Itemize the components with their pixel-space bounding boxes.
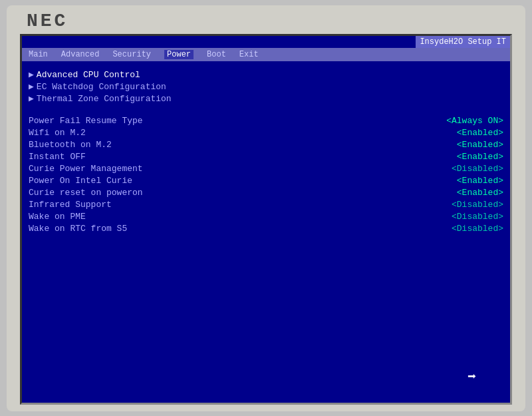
setting-value-power-on-curie: <Enabled>	[457, 176, 503, 186]
setting-label-curie-power: Curie Power Management	[29, 164, 143, 174]
submenu-advanced-cpu[interactable]: Advanced CPU Control	[29, 69, 503, 80]
setting-row-bluetooth[interactable]: Bluetooth on M.2 <Enabled>	[29, 140, 503, 150]
brand-logo: NEC	[13, 11, 68, 31]
submenu-ec-watchdog[interactable]: EC Watchdog Configuration	[29, 81, 503, 92]
submenu-thermal-zone[interactable]: Thermal Zone Configuration	[29, 93, 503, 104]
setting-value-infrared: <Disabled>	[452, 200, 503, 210]
setting-value-instant-off: <Enabled>	[457, 152, 503, 162]
menu-item-power[interactable]: Power	[164, 50, 194, 59]
setting-row-curie-reset[interactable]: Curie reset on poweron <Enabled>	[29, 188, 503, 198]
setting-row-wake-pme[interactable]: Wake on PME <Disabled>	[29, 212, 503, 222]
setting-row-power-on-curie[interactable]: Power On Intel Curie <Enabled>	[29, 176, 503, 186]
setting-row-infrared[interactable]: Infrared Support <Disabled>	[29, 200, 503, 210]
menu-item-main[interactable]: Main	[29, 50, 48, 59]
monitor: NEC InsydeH2O Setup IT Main Advanced Sec…	[7, 5, 525, 411]
bios-menu-bar: Main Advanced Security Power Boot Exit	[22, 48, 510, 61]
setting-row-wifi[interactable]: Wifi on M.2 <Enabled>	[29, 128, 503, 138]
setting-label-bluetooth: Bluetooth on M.2	[29, 140, 112, 150]
setting-value-bluetooth: <Enabled>	[457, 140, 503, 150]
menu-item-boot[interactable]: Boot	[207, 50, 226, 59]
mouse-cursor: ⮕	[467, 372, 477, 383]
setting-label-infrared: Infrared Support	[29, 200, 112, 210]
setting-value-wifi: <Enabled>	[457, 128, 503, 138]
menu-item-exit[interactable]: Exit	[239, 50, 259, 59]
setting-label-power-on-curie: Power On Intel Curie	[29, 176, 132, 186]
setting-label-curie-reset: Curie reset on poweron	[29, 188, 143, 198]
settings-list: Power Fail Resume Type <Always ON> Wifi …	[29, 116, 503, 234]
bios-title-bar: InsydeH2O Setup IT	[416, 36, 510, 48]
bios-screen: InsydeH2O Setup IT Main Advanced Securit…	[20, 34, 512, 405]
bios-content: Advanced CPU Control EC Watchdog Configu…	[29, 69, 503, 396]
bios-title: InsydeH2O Setup IT	[420, 37, 506, 47]
setting-label-wifi: Wifi on M.2	[29, 128, 86, 138]
menu-item-advanced[interactable]: Advanced	[61, 50, 100, 59]
setting-label-wake-pme: Wake on PME	[29, 212, 86, 222]
setting-label-wake-rtc: Wake on RTC from S5	[29, 224, 127, 234]
setting-row-wake-rtc[interactable]: Wake on RTC from S5 <Disabled>	[29, 224, 503, 234]
setting-value-power-fail: <Always ON>	[446, 116, 503, 126]
setting-value-curie-power: <Disabled>	[452, 164, 503, 174]
setting-value-wake-rtc: <Disabled>	[452, 224, 503, 234]
setting-label-power-fail: Power Fail Resume Type	[29, 116, 143, 126]
setting-value-wake-pme: <Disabled>	[452, 212, 503, 222]
setting-row-power-fail[interactable]: Power Fail Resume Type <Always ON>	[29, 116, 503, 126]
setting-row-instant-off[interactable]: Instant OFF <Enabled>	[29, 152, 503, 162]
setting-label-instant-off: Instant OFF	[29, 152, 86, 162]
setting-value-curie-reset: <Enabled>	[457, 188, 503, 198]
setting-row-curie-power[interactable]: Curie Power Management <Disabled>	[29, 164, 503, 174]
menu-item-security[interactable]: Security	[112, 50, 151, 59]
